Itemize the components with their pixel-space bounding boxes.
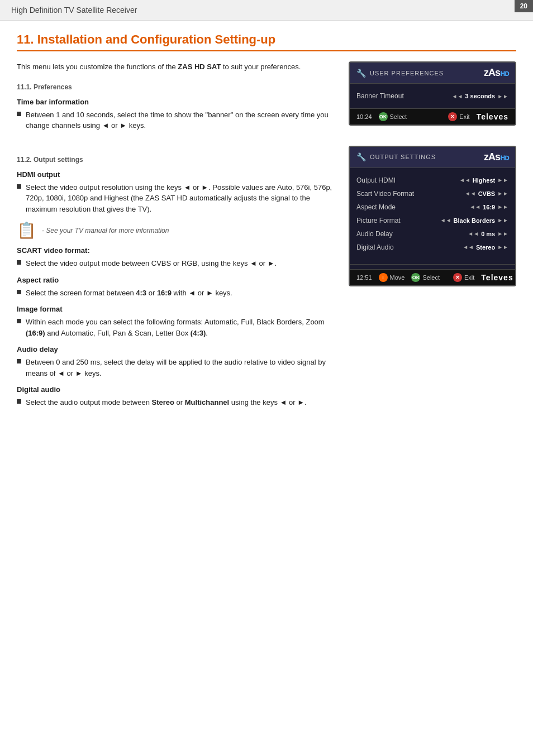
scart-video-row: Scart Video Format ◄◄ CVBS ►► [356,187,508,200]
output-footer-brand: Televes [481,273,513,282]
aspect-mode-row: Aspect Mode ◄◄ 16:9 ►► [356,200,508,214]
output-footer-exit: ✕ Exit [453,273,474,282]
aspect-bullet: Select the screen format between 4:3 or … [17,288,337,299]
bullet-icon [17,319,21,323]
hdmi-output-heading: HDMI output [17,170,337,179]
footer-exit: ✕ Exit [448,112,469,121]
screen-brand: zAsʜᴅ [484,67,508,79]
audio-delay-heading: Audio delay [17,345,337,353]
banner-timeout-row: Banner Timeout ◄◄ 3 seconds ►► [356,89,508,103]
scart-bullet: Select the video output mode between CVB… [17,258,337,269]
section-11-1-heading: 11.1. Preferences [17,83,337,91]
picture-format-row: Picture Format ◄◄ Black Borders ►► [356,214,508,227]
output-settings-menu-title: 🔧 OUTPUT SETTINGS [356,152,436,161]
footer-select: OK Select [379,112,407,121]
bullet-icon [17,112,21,116]
bullet-icon [17,184,21,189]
image-format-heading: Image format [17,305,337,313]
section-11-2-heading: 11.2. Output settings [17,156,337,164]
digital-audio-heading: Digital audio [17,385,337,394]
user-prefs-screen: 🔧 USER PREFERENCES zAsʜᴅ Banner Timeout … [349,61,516,135]
audio-delay-row: Audio Delay ◄◄ 0 ms ►► [356,227,508,241]
hdmi-output-bullet: Select the video output resolution using… [17,182,337,215]
page-number: 20 [515,0,533,12]
bullet-icon [17,399,21,404]
aspect-heading: Aspect ratio [17,276,337,284]
tv-manual-note: 📋 - See your TV manual for more informat… [17,221,337,240]
digital-audio-row: Digital Audio ◄◄ Stereo ►► [356,241,508,254]
bullet-icon [17,260,21,265]
time-bar-heading: Time bar information [17,98,337,106]
tool-icon: 🔧 [356,69,367,78]
digital-audio-bullet: Select the audio output mode between Ste… [17,397,337,408]
tool-icon-2: 🔧 [356,152,367,161]
intro-text: This menu lets you customize the functio… [17,61,337,73]
document-header: High Definition TV Satellite Receiver [0,0,533,21]
output-footer-select: OK Select [411,273,440,282]
output-hdmi-row: Output HDMI ◄◄ Highest ►► [356,174,508,187]
footer-time: 10:24 [356,113,372,120]
footer-brand: Televes [477,112,508,121]
audio-delay-bullet: Between 0 and 250 ms, select the delay w… [17,357,337,379]
output-settings-screen: 🔧 OUTPUT SETTINGS zAsʜᴅ Output HDMI ◄◄ [349,146,516,412]
output-screen-brand: zAsʜᴅ [484,151,508,163]
output-footer-move: ↕ Move [379,273,405,282]
bullet-icon [17,290,21,294]
scart-heading: SCART video format: [17,246,337,255]
note-icon: 📋 [17,221,36,240]
output-footer-time: 12:51 [356,274,372,281]
image-format-bullet: Within each mode you can select the foll… [17,317,337,338]
time-bar-bullet: Between 1 and 10 seconds, select the tim… [17,109,337,131]
bullet-icon [17,359,21,363]
chapter-title: 11. Installation and Configuration Setti… [17,32,516,51]
user-prefs-menu-title: 🔧 USER PREFERENCES [356,69,444,78]
